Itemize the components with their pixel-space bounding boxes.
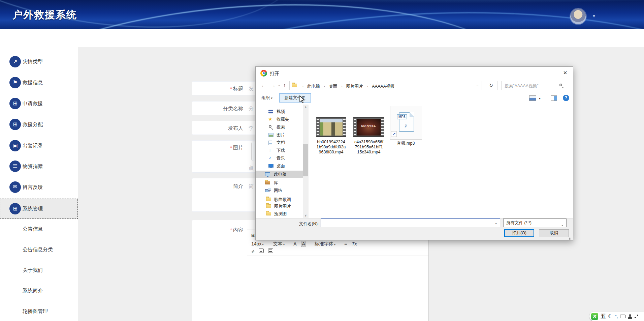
refresh-icon[interactable]: ↻	[485, 81, 497, 90]
publisher-input[interactable]: 李	[249, 125, 254, 132]
rich-text-editor[interactable]: B 14px▾ 文本▾ A A 标准字体▾ ≡ Tx ∞	[247, 230, 429, 321]
tree-item-forecast-folder[interactable]: 预测图	[256, 210, 307, 217]
link-icon[interactable]: ∞	[250, 249, 256, 254]
video-file-name[interactable]: c4a31598a656f791b95a61bff115c340.mp4	[349, 140, 389, 155]
field-label: 发布人	[193, 125, 243, 132]
video-icon[interactable]	[268, 249, 273, 253]
back-icon[interactable]: ←	[261, 82, 266, 88]
field-label: *标题	[193, 86, 243, 92]
chevron-down-icon[interactable]: ⌄	[495, 221, 497, 225]
sogou-logo-icon[interactable]: S	[591, 313, 598, 320]
tree-item-search[interactable]: 搜索	[256, 123, 307, 131]
text-color-button[interactable]: A	[293, 241, 296, 246]
tree-scrollbar[interactable]: ∧ ∨	[303, 105, 309, 218]
resize-grip[interactable]	[569, 236, 572, 240]
help-icon[interactable]: ?	[563, 95, 569, 101]
tree-item-this-pc[interactable]: 此电脑	[256, 171, 307, 178]
highlight-color-button[interactable]: A	[301, 241, 305, 247]
address-segment-this-pc[interactable]: 此电脑	[307, 84, 320, 89]
sidebar-subitem-about-us[interactable]: 关于我们	[23, 267, 76, 274]
intro-textarea[interactable]: 简	[249, 183, 254, 189]
scroll-up-icon[interactable]: ∧	[303, 105, 309, 110]
sidebar-item-label: 救援信息	[23, 80, 43, 86]
moon-icon[interactable]: ☾	[608, 313, 612, 319]
avatar[interactable]	[570, 8, 586, 24]
breadcrumb-path: › 此电脑 › 桌面 › 图片图片 › AAAAA视频	[300, 83, 394, 89]
forward-icon[interactable]: →	[270, 82, 276, 88]
tree-item-network[interactable]: 网络	[256, 187, 307, 194]
address-segment-videos[interactable]: AAAAA视频	[372, 84, 394, 89]
chevron-down-icon: ▾	[283, 243, 285, 246]
folder-icon	[266, 212, 271, 215]
sidebar-subitem-notice-info[interactable]: 公告信息	[23, 226, 76, 233]
new-folder-button[interactable]: 新建文件夹	[279, 93, 311, 103]
sidebar-subitem-notice-category[interactable]: 公告信息分类	[23, 246, 76, 254]
sidebar-item-message-feedback[interactable]: ✉ 留言反馈	[0, 178, 78, 196]
tree-item-pictures[interactable]: 图片	[256, 131, 307, 139]
sidebar-item-rescue-assign[interactable]: ⊞ 救援分配	[0, 116, 78, 133]
clear-format-button[interactable]: Tx	[352, 241, 357, 246]
image-icon[interactable]	[259, 249, 264, 253]
open-button[interactable]: 打开(O)	[504, 229, 534, 237]
font-size-select[interactable]: 14px▾	[251, 241, 264, 246]
ime-mode-wubi[interactable]: 五	[601, 313, 606, 320]
audio-file-item[interactable]: MP3 ♪ ↗	[390, 106, 422, 140]
scrollbar-thumb[interactable]	[303, 144, 308, 176]
sidebar-subitem-carousel-management[interactable]: 轮播图管理	[23, 308, 76, 316]
punctuation-mode-icon[interactable]: °,	[615, 314, 618, 319]
tree-item-videos[interactable]: 视频	[256, 108, 307, 115]
sidebar-item-dispatch-record[interactable]: ▣ 出警记录	[0, 137, 78, 154]
tree-item-song-lyrics-folder[interactable]: 歌曲歌词	[256, 196, 307, 203]
tree-item-desktop[interactable]: 桌面	[256, 162, 307, 170]
music-icon: ♪	[269, 155, 271, 160]
sidebar-item-system-management[interactable]: ⊞ 系统管理	[0, 200, 78, 217]
filename-input[interactable]: ⌄	[321, 218, 500, 227]
file-type-select[interactable]: 所有文件 (*.*) ⌄	[503, 218, 567, 227]
address-segment-desktop[interactable]: 桌面	[329, 84, 337, 89]
sidebar-item-label: 灾情类型	[23, 59, 43, 65]
scroll-down-icon[interactable]: ∨	[303, 213, 309, 218]
tree-item-downloads[interactable]: ↓下载	[256, 147, 307, 154]
category-input[interactable]: 分	[249, 106, 254, 112]
video-file-thumbnail[interactable]	[316, 117, 346, 137]
tree-item-favorites[interactable]: ★收藏夹	[256, 116, 307, 123]
close-icon[interactable]: ✕	[559, 68, 572, 78]
tree-item-libraries[interactable]: 库	[256, 179, 307, 186]
sidebar-item-disaster-type[interactable]: ↗ 灾情类型	[0, 53, 78, 70]
tree-item-music[interactable]: ♪音乐	[256, 154, 307, 162]
address-dropdown-chevron-icon[interactable]: ⌄	[476, 83, 479, 87]
view-mode-icon[interactable]	[529, 95, 536, 101]
video-file-name[interactable]: bb00199422241b98a9ddfd02a9636f80.mp4	[311, 140, 351, 155]
sidebar-item-supplies-donation[interactable]: ☰ 物资捐赠	[0, 157, 78, 175]
list-icon: ☰	[9, 160, 21, 172]
video-icon	[268, 110, 273, 114]
editor-content-area[interactable]	[247, 256, 428, 321]
address-bar[interactable]: › 此电脑 › 桌面 › 图片图片 › AAAAA视频 ⌄	[289, 81, 482, 90]
keyboard-icon[interactable]	[620, 315, 625, 318]
ime-menu-grid-icon[interactable]	[635, 315, 638, 318]
tree-item-pictures-folder[interactable]: 图片图片	[256, 203, 307, 210]
cancel-button[interactable]: 取消	[539, 229, 569, 237]
flag-icon: ⚑	[9, 77, 21, 88]
font-family-select[interactable]: 标准字体▾	[315, 241, 336, 247]
sidebar-item-rescue-info[interactable]: ⚑ 救援信息	[0, 74, 78, 91]
title-input[interactable]: 发	[249, 86, 254, 92]
sidebar-subitem-system-intro[interactable]: 系统简介	[23, 288, 76, 295]
search-input[interactable]: 搜索"AAAAA视频"	[501, 81, 567, 90]
align-button[interactable]: ≡	[344, 241, 347, 246]
details-pane-icon[interactable]	[551, 95, 557, 101]
up-icon[interactable]: ↑	[283, 82, 286, 88]
person-icon[interactable]	[628, 314, 632, 319]
sidebar-item-apply-rescue[interactable]: ⊞ 申请救援	[0, 95, 78, 112]
shortcut-arrow-icon: ↗	[391, 131, 397, 137]
organize-button[interactable]: 组织 ▾	[261, 95, 272, 101]
tree-item-documents[interactable]: 文档	[256, 139, 307, 146]
address-segment-pictures[interactable]: 图片图片	[346, 84, 363, 89]
audio-file-name[interactable]: 音频.mp3	[389, 141, 423, 146]
view-mode-chevron-icon[interactable]: ▾	[539, 96, 541, 100]
video-file-thumbnail[interactable]: MARVEL	[353, 117, 384, 137]
user-menu-chevron-down-icon[interactable]: ▼	[592, 13, 596, 19]
bold-button[interactable]: B	[251, 233, 255, 238]
recent-locations-chevron-icon[interactable]: ⌄	[278, 83, 281, 87]
paragraph-select[interactable]: 文本▾	[273, 241, 285, 247]
